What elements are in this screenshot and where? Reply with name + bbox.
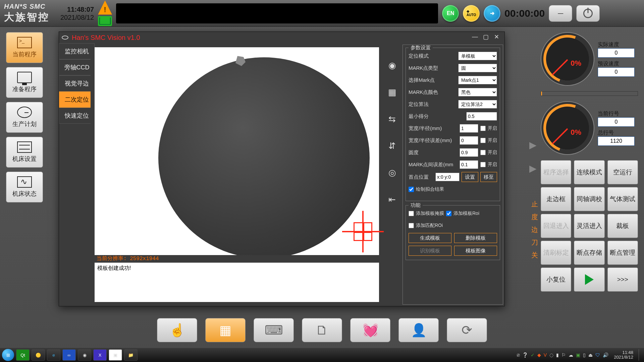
taskbar-app2[interactable]: X — [93, 349, 107, 361]
minimize-button[interactable]: — — [470, 33, 480, 42]
markdist-enable[interactable] — [480, 162, 486, 167]
action-程序选择[interactable]: 程序选择 — [541, 160, 571, 184]
firstpt-move-button[interactable]: 移至 — [480, 172, 497, 182]
close-button[interactable]: ✕ — [491, 33, 502, 42]
add-roi-check[interactable] — [446, 211, 451, 216]
language-button[interactable]: EN — [442, 5, 459, 22]
vision-titlebar[interactable]: Han's SMC Vision v1.0 — ▢ ✕ — [59, 32, 504, 43]
action-连续模式[interactable]: 连续模式 — [574, 160, 604, 184]
action-走边框[interactable]: 走边框 — [541, 187, 571, 211]
action-灵活进入[interactable]: 灵活进入 — [574, 214, 604, 238]
alarm-icon[interactable]: ! — [98, 1, 112, 15]
tray-icon[interactable]: 🛡 — [595, 352, 600, 358]
grid-icon[interactable]: ▦ — [387, 87, 397, 98]
recog-template-button[interactable]: 识别模板 — [409, 246, 451, 256]
action-清刷标定[interactable]: 清刷标定 — [541, 241, 571, 265]
action-同轴调校[interactable]: 同轴调校 — [574, 187, 604, 211]
blank-button[interactable]: — — [549, 5, 572, 22]
drawfit-check[interactable] — [409, 187, 414, 192]
taskbar-ie[interactable]: e — [47, 349, 60, 361]
template-image-button[interactable]: 模板图像 — [454, 246, 497, 256]
width-err-enable[interactable] — [480, 138, 486, 143]
taskbar-chrome[interactable]: 🟡 — [32, 349, 45, 361]
min-score-input[interactable] — [466, 112, 497, 121]
taskbar-qt[interactable]: Qt — [16, 349, 30, 361]
tray-icon[interactable]: ⎚ — [517, 352, 520, 358]
vision-tab-4[interactable]: 快速定位 — [59, 108, 95, 124]
tray-icon[interactable]: ▯ — [583, 352, 586, 358]
action-气体测试[interactable]: 气体测试 — [607, 187, 638, 211]
dock-button-0[interactable]: ☝ — [157, 318, 197, 342]
camera-view[interactable]: 当前分辨率: 2592x1944 模板创建成功! — [95, 43, 383, 306]
taskbar-clock[interactable]: 11:48 2021/8/12 — [611, 350, 636, 360]
focus-icon[interactable]: ◎ — [387, 167, 397, 178]
dock-button-5[interactable]: 👤 — [398, 318, 439, 342]
tray-icon[interactable]: V — [544, 352, 547, 358]
action-断点管理[interactable]: 断点管理 — [607, 241, 638, 265]
arrow-icon[interactable]: ▶ — [529, 163, 537, 174]
collapse-icon[interactable]: ⇤ — [387, 194, 397, 205]
roundness-input[interactable] — [460, 148, 478, 157]
action-断点存储[interactable]: 断点存储 — [574, 241, 604, 265]
dock-button-4[interactable]: 💓 — [350, 318, 390, 342]
arrow-icon[interactable]: ▶ — [529, 139, 537, 150]
nav-机床状态[interactable]: 机床状态 — [6, 172, 43, 202]
taskbar-app3[interactable]: ▣ — [109, 349, 122, 361]
width-err-input[interactable] — [460, 136, 478, 145]
tray-icon[interactable]: ◆ — [537, 352, 541, 358]
roundness-enable[interactable] — [480, 150, 486, 155]
tray-icon[interactable]: ◌ — [549, 352, 553, 358]
tray-icon[interactable]: ▣ — [576, 352, 580, 358]
firstpt-input[interactable] — [435, 173, 460, 181]
taskbar-app1[interactable]: ∞ — [62, 349, 76, 361]
crosshair[interactable] — [346, 215, 380, 248]
action-小复位[interactable]: 小复位 — [541, 267, 571, 292]
vision-tab-3[interactable]: 二次定位 — [59, 92, 95, 108]
mark-type-select[interactable]: 圆 — [458, 64, 497, 72]
tray-icon[interactable]: ☁ — [569, 352, 573, 358]
start-button[interactable]: ⊞ — [2, 349, 14, 361]
tray-icon[interactable]: ✓ — [531, 352, 535, 358]
action-空运行[interactable]: 空运行 — [607, 160, 638, 184]
tray-icon[interactable]: ⏏ — [588, 352, 593, 358]
mark-select[interactable]: Mark点1 — [458, 76, 497, 84]
vision-tab-0[interactable]: 监控相机 — [59, 43, 95, 59]
taskbar-camera[interactable]: ◉ — [78, 349, 91, 361]
nav-当前程序[interactable]: 当前程序 — [6, 32, 43, 63]
locate-mode-select[interactable]: 单模板 — [458, 52, 497, 60]
action-play[interactable] — [574, 267, 604, 292]
action->>>[interactable]: >>> — [607, 267, 638, 292]
tray-volume-icon[interactable]: 🔊 — [603, 352, 608, 358]
power-button[interactable] — [576, 5, 600, 22]
dock-button-1[interactable]: ▦ — [205, 318, 246, 342]
add-mask-check[interactable] — [409, 211, 414, 216]
vision-tab-1[interactable]: 旁轴CCD — [59, 59, 95, 75]
firstpt-set-button[interactable]: 设置 — [462, 172, 478, 182]
del-template-button[interactable]: 删除模板 — [454, 233, 497, 243]
tray-icon[interactable]: ❔ — [522, 352, 528, 358]
dock-button-3[interactable]: 🗋 — [302, 318, 342, 342]
mark-color-select[interactable]: 黑色 — [458, 88, 497, 97]
action-裁板[interactable]: 裁板 — [607, 214, 638, 238]
width-input[interactable] — [460, 124, 478, 133]
mail-icon[interactable] — [98, 16, 112, 26]
algo-select[interactable]: 定位算法2 — [458, 100, 497, 109]
show-desktop[interactable] — [639, 349, 642, 361]
add-matchroi-check[interactable] — [409, 223, 414, 228]
nav-机床设置[interactable]: 机床设置 — [6, 137, 43, 168]
action-回退进入[interactable]: 回退进入 — [541, 214, 571, 238]
cycle-button[interactable]: ➜ — [484, 5, 500, 22]
markdist-input[interactable] — [460, 160, 478, 169]
nav-生产计划[interactable]: 生产计划 — [6, 102, 43, 133]
flip-v-icon[interactable]: ⇵ — [387, 140, 397, 151]
windows-taskbar[interactable]: ⊞ Qt 🟡 e ∞ ◉ X ▣ 📁 ⎚ ❔ ✓ ◆ V ◌ ▮ ⚐ ☁ ▣ ▯… — [0, 348, 644, 362]
dock-button-2[interactable]: ⌨ — [254, 318, 294, 342]
width-enable[interactable] — [480, 126, 486, 131]
tray-icon[interactable]: ▮ — [556, 352, 559, 358]
play-icon[interactable]: ◉ — [387, 60, 397, 71]
vision-tab-2[interactable]: 视觉寻边 — [59, 75, 95, 92]
nav-准备程序[interactable]: 准备程序 — [6, 67, 43, 98]
gen-template-button[interactable]: 生成模板 — [409, 233, 451, 243]
auto-mode-button[interactable]: ✥AUTO — [463, 5, 480, 22]
dock-button-6[interactable]: ⟳ — [447, 318, 487, 342]
